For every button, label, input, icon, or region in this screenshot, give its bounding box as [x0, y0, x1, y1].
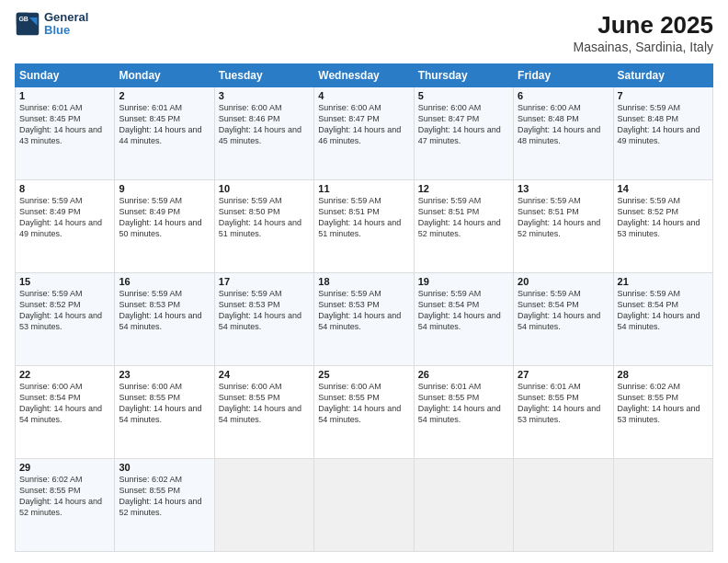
day-info: Sunrise: 5:59 AM Sunset: 8:53 PM Dayligh… — [119, 288, 210, 333]
day-number: 7 — [618, 90, 709, 101]
day-number: 14 — [618, 183, 709, 194]
day-number: 5 — [418, 90, 509, 101]
table-row: 2 Sunrise: 6:01 AM Sunset: 8:45 PM Dayli… — [115, 87, 214, 180]
table-row — [613, 459, 712, 552]
day-number: 6 — [518, 90, 609, 101]
table-row: 18 Sunrise: 5:59 AM Sunset: 8:53 PM Dayl… — [314, 273, 414, 366]
day-number: 22 — [19, 369, 110, 380]
table-row: 26 Sunrise: 6:01 AM Sunset: 8:55 PM Dayl… — [414, 366, 513, 459]
calendar-week-2: 8 Sunrise: 5:59 AM Sunset: 8:49 PM Dayli… — [16, 180, 713, 273]
col-wednesday: Wednesday — [314, 64, 414, 87]
col-friday: Friday — [514, 64, 613, 87]
day-info: Sunrise: 6:00 AM Sunset: 8:46 PM Dayligh… — [219, 102, 310, 147]
day-info: Sunrise: 6:00 AM Sunset: 8:48 PM Dayligh… — [518, 102, 609, 147]
day-info: Sunrise: 5:59 AM Sunset: 8:53 PM Dayligh… — [318, 288, 409, 333]
day-info: Sunrise: 5:59 AM Sunset: 8:54 PM Dayligh… — [518, 288, 609, 333]
col-thursday: Thursday — [414, 64, 513, 87]
table-row: 17 Sunrise: 5:59 AM Sunset: 8:53 PM Dayl… — [214, 273, 313, 366]
table-row: 14 Sunrise: 5:59 AM Sunset: 8:52 PM Dayl… — [613, 180, 712, 273]
day-number: 30 — [119, 462, 210, 473]
day-number: 18 — [318, 276, 409, 287]
calendar-week-3: 15 Sunrise: 5:59 AM Sunset: 8:52 PM Dayl… — [16, 273, 713, 366]
logo-text: General Blue — [44, 11, 88, 38]
day-info: Sunrise: 5:59 AM Sunset: 8:50 PM Dayligh… — [219, 195, 310, 240]
day-info: Sunrise: 6:00 AM Sunset: 8:55 PM Dayligh… — [219, 381, 310, 426]
table-row: 13 Sunrise: 5:59 AM Sunset: 8:51 PM Dayl… — [514, 180, 613, 273]
table-row: 3 Sunrise: 6:00 AM Sunset: 8:46 PM Dayli… — [214, 87, 313, 180]
table-row — [514, 459, 613, 552]
table-row: 7 Sunrise: 5:59 AM Sunset: 8:48 PM Dayli… — [613, 87, 712, 180]
day-info: Sunrise: 6:00 AM Sunset: 8:47 PM Dayligh… — [418, 102, 509, 147]
table-row: 20 Sunrise: 5:59 AM Sunset: 8:54 PM Dayl… — [514, 273, 613, 366]
calendar-week-1: 1 Sunrise: 6:01 AM Sunset: 8:45 PM Dayli… — [16, 87, 713, 180]
day-info: Sunrise: 6:01 AM Sunset: 8:55 PM Dayligh… — [418, 381, 509, 426]
table-row — [214, 459, 313, 552]
table-row — [414, 459, 513, 552]
table-row: 28 Sunrise: 6:02 AM Sunset: 8:55 PM Dayl… — [613, 366, 712, 459]
day-info: Sunrise: 6:01 AM Sunset: 8:45 PM Dayligh… — [19, 102, 110, 147]
day-info: Sunrise: 5:59 AM Sunset: 8:54 PM Dayligh… — [418, 288, 509, 333]
table-row: 19 Sunrise: 5:59 AM Sunset: 8:54 PM Dayl… — [414, 273, 513, 366]
day-info: Sunrise: 5:59 AM Sunset: 8:52 PM Dayligh… — [19, 288, 110, 333]
day-info: Sunrise: 5:59 AM Sunset: 8:49 PM Dayligh… — [119, 195, 210, 240]
day-info: Sunrise: 5:59 AM Sunset: 8:48 PM Dayligh… — [618, 102, 709, 147]
day-number: 9 — [119, 183, 210, 194]
page: GB General Blue June 2025 Masainas, Sard… — [0, 0, 728, 563]
logo: GB General Blue — [15, 11, 88, 38]
day-number: 8 — [19, 183, 110, 194]
logo-icon: GB — [15, 11, 40, 37]
table-row: 22 Sunrise: 6:00 AM Sunset: 8:54 PM Dayl… — [16, 366, 115, 459]
day-info: Sunrise: 5:59 AM Sunset: 8:51 PM Dayligh… — [418, 195, 509, 240]
day-number: 4 — [318, 90, 409, 101]
col-monday: Monday — [115, 64, 214, 87]
day-number: 28 — [618, 369, 709, 380]
day-info: Sunrise: 5:59 AM Sunset: 8:53 PM Dayligh… — [219, 288, 310, 333]
table-row: 5 Sunrise: 6:00 AM Sunset: 8:47 PM Dayli… — [414, 87, 513, 180]
day-number: 23 — [119, 369, 210, 380]
table-row: 29 Sunrise: 6:02 AM Sunset: 8:55 PM Dayl… — [16, 459, 115, 552]
calendar-table: Sunday Monday Tuesday Wednesday Thursday… — [15, 63, 713, 552]
day-number: 24 — [219, 369, 310, 380]
day-info: Sunrise: 5:59 AM Sunset: 8:54 PM Dayligh… — [618, 288, 709, 333]
table-row: 6 Sunrise: 6:00 AM Sunset: 8:48 PM Dayli… — [514, 87, 613, 180]
table-row: 16 Sunrise: 5:59 AM Sunset: 8:53 PM Dayl… — [115, 273, 214, 366]
calendar-title: June 2025 — [573, 11, 713, 40]
table-row: 21 Sunrise: 5:59 AM Sunset: 8:54 PM Dayl… — [613, 273, 712, 366]
day-number: 27 — [518, 369, 609, 380]
day-info: Sunrise: 6:02 AM Sunset: 8:55 PM Dayligh… — [618, 381, 709, 426]
day-number: 25 — [318, 369, 409, 380]
day-number: 10 — [219, 183, 310, 194]
weekday-header-row: Sunday Monday Tuesday Wednesday Thursday… — [16, 64, 713, 87]
table-row: 12 Sunrise: 5:59 AM Sunset: 8:51 PM Dayl… — [414, 180, 513, 273]
day-number: 11 — [318, 183, 409, 194]
title-block: June 2025 Masainas, Sardinia, Italy — [573, 11, 713, 54]
day-info: Sunrise: 6:02 AM Sunset: 8:55 PM Dayligh… — [19, 474, 110, 519]
table-row: 10 Sunrise: 5:59 AM Sunset: 8:50 PM Dayl… — [214, 180, 313, 273]
day-info: Sunrise: 6:01 AM Sunset: 8:45 PM Dayligh… — [119, 102, 210, 147]
day-number: 17 — [219, 276, 310, 287]
svg-text:GB: GB — [18, 17, 28, 23]
day-number: 16 — [119, 276, 210, 287]
day-number: 12 — [418, 183, 509, 194]
table-row: 15 Sunrise: 5:59 AM Sunset: 8:52 PM Dayl… — [16, 273, 115, 366]
day-number: 29 — [19, 462, 110, 473]
day-info: Sunrise: 6:01 AM Sunset: 8:55 PM Dayligh… — [518, 381, 609, 426]
day-info: Sunrise: 6:00 AM Sunset: 8:55 PM Dayligh… — [318, 381, 409, 426]
table-row: 25 Sunrise: 6:00 AM Sunset: 8:55 PM Dayl… — [314, 366, 414, 459]
day-number: 2 — [119, 90, 210, 101]
day-info: Sunrise: 6:00 AM Sunset: 8:47 PM Dayligh… — [318, 102, 409, 147]
table-row: 30 Sunrise: 6:02 AM Sunset: 8:55 PM Dayl… — [115, 459, 214, 552]
day-number: 26 — [418, 369, 509, 380]
day-info: Sunrise: 6:00 AM Sunset: 8:54 PM Dayligh… — [19, 381, 110, 426]
header: GB General Blue June 2025 Masainas, Sard… — [15, 11, 713, 54]
table-row: 1 Sunrise: 6:01 AM Sunset: 8:45 PM Dayli… — [16, 87, 115, 180]
table-row: 4 Sunrise: 6:00 AM Sunset: 8:47 PM Dayli… — [314, 87, 414, 180]
calendar-subtitle: Masainas, Sardinia, Italy — [573, 40, 713, 54]
table-row: 11 Sunrise: 5:59 AM Sunset: 8:51 PM Dayl… — [314, 180, 414, 273]
col-tuesday: Tuesday — [214, 64, 313, 87]
col-saturday: Saturday — [613, 64, 712, 87]
day-number: 15 — [19, 276, 110, 287]
table-row: 23 Sunrise: 6:00 AM Sunset: 8:55 PM Dayl… — [115, 366, 214, 459]
day-number: 1 — [19, 90, 110, 101]
day-number: 20 — [518, 276, 609, 287]
